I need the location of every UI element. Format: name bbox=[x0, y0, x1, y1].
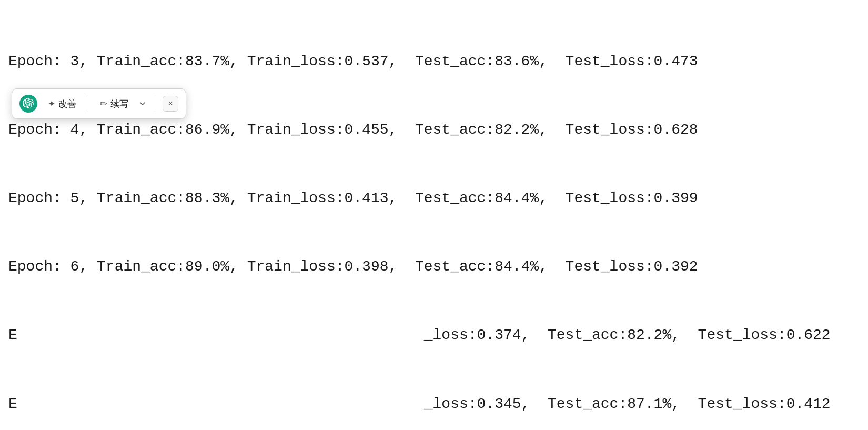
log-line-4: Epoch: 6, Train_acc:89.0%, Train_loss:0.… bbox=[8, 255, 860, 278]
chatgpt-logo-icon bbox=[23, 98, 34, 109]
close-button[interactable]: × bbox=[163, 96, 178, 112]
log-line-2: Epoch: 4, Train_acc:86.9%, Train_loss:0.… bbox=[8, 118, 860, 141]
improve-label: 改善 bbox=[58, 98, 76, 110]
continue-label: 续写 bbox=[110, 98, 128, 110]
continue-button[interactable]: ✏ 续写 bbox=[95, 95, 134, 113]
pencil-icon: ✏ bbox=[100, 98, 107, 109]
log-line-1: Epoch: 3, Train_acc:83.7%, Train_loss:0.… bbox=[8, 50, 860, 73]
toolbar-divider-2 bbox=[155, 95, 155, 112]
log-line-5: E _loss:0.374, Test_acc:82.2%, Test_loss… bbox=[8, 324, 860, 346]
chatgpt-logo bbox=[19, 95, 37, 113]
sparkle-icon: ✦ bbox=[48, 98, 55, 109]
chatgpt-toolbar: ✦ 改善 ✏ 续写 × bbox=[12, 88, 186, 119]
close-icon: × bbox=[168, 99, 173, 109]
toolbar-divider-1 bbox=[88, 95, 88, 112]
log-line-6: E _loss:0.345, Test_acc:87.1%, Test_loss… bbox=[8, 393, 860, 415]
chevron-down-icon[interactable] bbox=[137, 97, 148, 110]
log-line-3: Epoch: 5, Train_acc:88.3%, Train_loss:0.… bbox=[8, 187, 860, 209]
terminal-output: Epoch: 3, Train_acc:83.7%, Train_loss:0.… bbox=[0, 0, 868, 430]
improve-button[interactable]: ✦ 改善 bbox=[43, 95, 82, 113]
